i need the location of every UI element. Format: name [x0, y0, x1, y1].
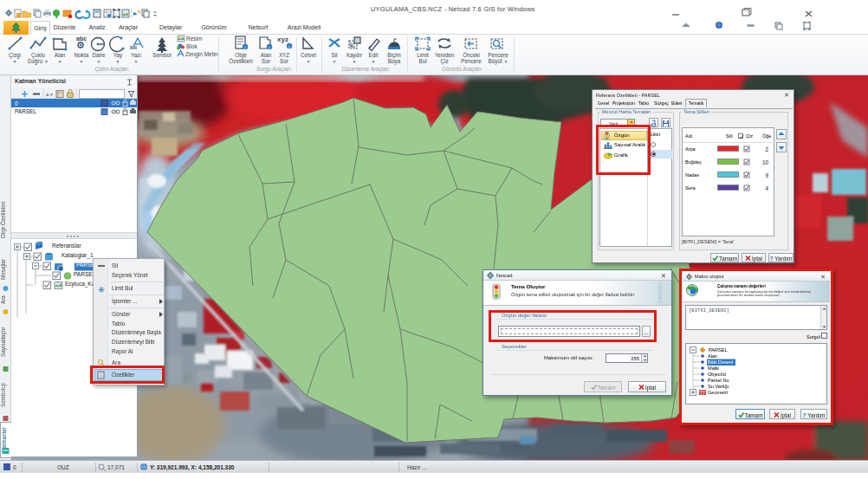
svg-text:4: 4 — [765, 185, 768, 191]
svg-text:2: 2 — [765, 146, 768, 152]
svg-text:0: 0 — [13, 464, 16, 470]
svg-text:z: z — [50, 92, 53, 97]
svg-text:10: 10 — [762, 159, 769, 165]
svg-text:Resim: Resim — [186, 36, 202, 42]
svg-text:Zengin Metin: Zengin Metin — [185, 51, 218, 58]
svg-text:Y: 319,921.993, X: 4,158,201.3: Y: 319,921.993, X: 4,158,201.330 — [150, 464, 235, 471]
svg-text:9: 9 — [765, 172, 768, 178]
svg-text:xyz: xyz — [277, 36, 288, 43]
svg-text:abc: abc — [76, 36, 87, 42]
svg-text:OUZ: OUZ — [57, 464, 69, 470]
svg-text:Hazır ...: Hazır ... — [407, 464, 427, 470]
svg-text:17,071: 17,071 — [107, 464, 125, 470]
svg-text:Blok: Blok — [186, 43, 198, 49]
svg-text:a: a — [46, 92, 49, 97]
